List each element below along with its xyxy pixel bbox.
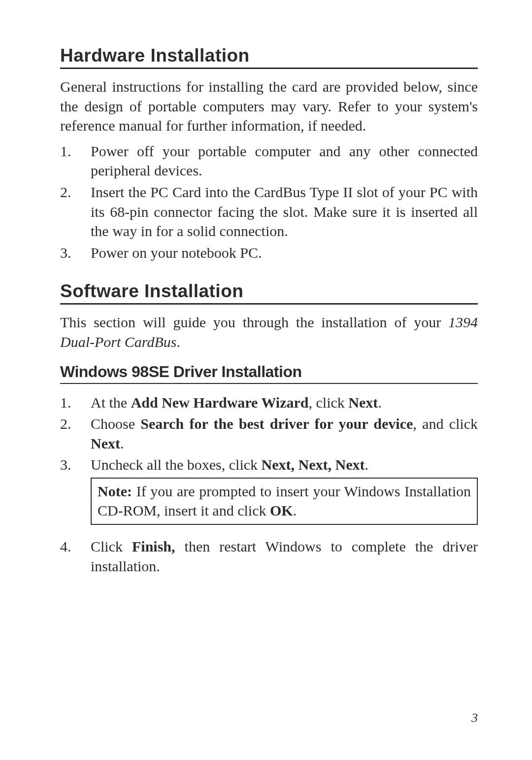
- bold-text: Search for the best driver for your devi…: [140, 415, 413, 432]
- bold-text: Add New Hardware Wizard: [131, 394, 309, 411]
- text-run: .: [293, 502, 297, 518]
- text-run: , click: [309, 394, 349, 411]
- text-run: , and click: [413, 415, 478, 432]
- hardware-steps-list: 1. Power off your portable computer and …: [60, 141, 478, 263]
- list-item: 4. Click Finish, then restart Windows to…: [60, 537, 478, 576]
- text-run: .: [378, 394, 382, 411]
- software-intro-paragraph: This section will guide you through the …: [60, 312, 478, 351]
- list-text: Choose Search for the best driver for yo…: [91, 414, 478, 453]
- list-text: Power on your notebook PC.: [91, 243, 478, 263]
- heading-hardware-installation: Hardware Installation: [60, 45, 478, 69]
- intro-text-pre: This section will guide you through the …: [60, 314, 448, 330]
- list-number: 2.: [60, 182, 91, 241]
- list-number: 1.: [60, 141, 91, 180]
- heading-software-installation: Software Installation: [60, 281, 478, 305]
- list-item: 1. Power off your portable computer and …: [60, 141, 478, 180]
- text-run: .: [120, 435, 124, 451]
- list-item: 2. Choose Search for the best driver for…: [60, 414, 478, 453]
- windows-steps-list: 1. At the Add New Hardware Wizard, click…: [60, 393, 478, 475]
- bold-text: Finish,: [132, 538, 175, 554]
- bold-text: Next: [91, 435, 120, 451]
- list-text: Uncheck all the boxes, click Next, Next,…: [91, 455, 478, 475]
- list-item: 1. At the Add New Hardware Wizard, click…: [60, 393, 478, 413]
- note-label: Note:: [98, 483, 132, 499]
- hardware-intro-paragraph: General instructions for installing the …: [60, 77, 478, 136]
- heading-windows-98se: Windows 98SE Driver Installation: [60, 363, 478, 384]
- page-number: 3: [471, 711, 478, 725]
- bold-text: Next: [348, 394, 378, 411]
- note-box: Note: If you are prompted to insert your…: [91, 478, 478, 525]
- bold-text: OK: [270, 502, 293, 518]
- windows-steps-list-continued: 4. Click Finish, then restart Windows to…: [60, 537, 478, 576]
- list-number: 3.: [60, 455, 91, 475]
- list-number: 2.: [60, 414, 91, 453]
- list-number: 3.: [60, 243, 91, 263]
- list-item: 3. Uncheck all the boxes, click Next, Ne…: [60, 455, 478, 475]
- text-run: Choose: [91, 415, 140, 432]
- list-number: 1.: [60, 393, 91, 413]
- text-run: Uncheck all the boxes, click: [91, 456, 262, 473]
- list-text: At the Add New Hardware Wizard, click Ne…: [91, 393, 478, 413]
- intro-text-post: .: [176, 334, 180, 350]
- list-item: 3. Power on your notebook PC.: [60, 243, 478, 263]
- text-run: Click: [91, 538, 132, 554]
- list-number: 4.: [60, 537, 91, 576]
- list-text: Click Finish, then restart Windows to co…: [91, 537, 478, 576]
- list-text: Insert the PC Card into the CardBus Type…: [91, 182, 478, 241]
- text-run: At the: [91, 394, 131, 411]
- text-run: .: [365, 456, 368, 473]
- list-text: Power off your portable computer and any…: [91, 141, 478, 180]
- bold-text: Next, Next, Next: [262, 456, 365, 473]
- list-item: 2. Insert the PC Card into the CardBus T…: [60, 182, 478, 241]
